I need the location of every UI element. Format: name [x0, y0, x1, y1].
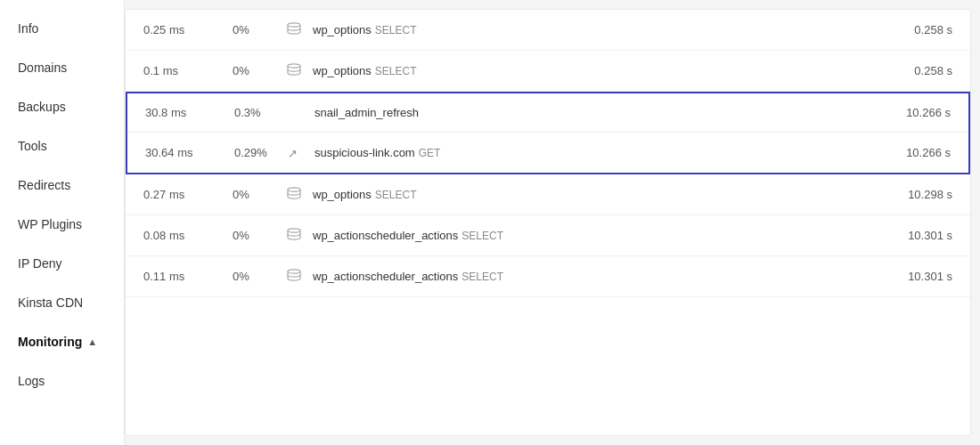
sidebar: InfoDomainsBackupsToolsRedirectsWP Plugi…: [0, 0, 125, 445]
sidebar-item-backups[interactable]: Backups: [0, 87, 124, 126]
row-time: 0.11 ms: [143, 270, 233, 283]
table-row: 0.27 ms0% wp_optionsSELECT10.298 s: [126, 174, 970, 215]
sidebar-item-monitoring[interactable]: Monitoring▲: [0, 322, 124, 361]
row-method: SELECT: [375, 65, 417, 77]
row-time: 0.27 ms: [143, 188, 233, 201]
sidebar-item-kinsta-cdn[interactable]: Kinsta CDN: [0, 283, 124, 322]
arrow-icon: ↗: [288, 145, 314, 160]
monitoring-badge: ▲: [87, 336, 97, 347]
row-timestamp: 0.258 s: [872, 23, 952, 36]
db-icon: [286, 228, 313, 243]
row-time: 0.1 ms: [143, 64, 233, 77]
table-row: 0.11 ms0% wp_actionscheduler_actionsSELE…: [126, 256, 970, 297]
table-row: 0.25 ms0% wp_optionsSELECT0.258 s: [126, 10, 970, 51]
sidebar-item-logs[interactable]: Logs: [0, 361, 124, 400]
row-timestamp: 10.298 s: [872, 188, 952, 201]
row-time: 0.25 ms: [143, 23, 233, 36]
table-row: 0.1 ms0% wp_optionsSELECT0.258 s: [126, 51, 970, 92]
row-pct: 0%: [233, 270, 286, 283]
db-icon: [286, 22, 313, 37]
row-method: SELECT: [375, 24, 417, 36]
row-method: SELECT: [375, 189, 417, 201]
sidebar-item-domains[interactable]: Domains: [0, 48, 124, 87]
row-time: 30.64 ms: [145, 146, 234, 159]
sidebar-item-info[interactable]: Info: [0, 9, 124, 48]
sidebar-item-wp-plugins[interactable]: WP Plugins: [0, 205, 124, 244]
row-name: snail_admin_refresh: [314, 106, 870, 119]
sidebar-item-tools[interactable]: Tools: [0, 126, 124, 166]
row-name: wp_actionscheduler_actionsSELECT: [313, 229, 872, 242]
row-pct: 0.29%: [234, 146, 288, 159]
row-pct: 0%: [233, 23, 286, 36]
row-pct: 0%: [233, 188, 286, 201]
row-pct: 0%: [233, 229, 286, 242]
db-icon: [286, 63, 313, 78]
svg-point-1: [288, 64, 300, 68]
row-name: suspicious-link.comGET: [314, 146, 870, 159]
row-timestamp: 10.301 s: [872, 270, 952, 283]
row-method: GET: [419, 147, 441, 159]
row-timestamp: 0.258 s: [872, 64, 952, 77]
row-pct: 0%: [233, 64, 286, 77]
svg-point-4: [288, 270, 300, 273]
svg-point-2: [288, 188, 300, 191]
table-row: 30.64 ms0.29%↗suspicious-link.comGET10.2…: [127, 133, 968, 173]
row-name: wp_actionscheduler_actionsSELECT: [313, 270, 872, 283]
main-content: 0.25 ms0% wp_optionsSELECT0.258 s0.1 ms0…: [125, 9, 971, 436]
svg-point-3: [288, 229, 300, 232]
db-icon: [286, 187, 313, 202]
row-method: SELECT: [461, 271, 503, 283]
row-name: wp_optionsSELECT: [313, 188, 872, 201]
row-time: 0.08 ms: [143, 229, 233, 242]
highlighted-group: 30.8 ms0.3%snail_admin_refresh10.266 s30…: [126, 92, 970, 174]
row-pct: 0.3%: [234, 106, 288, 119]
row-time: 30.8 ms: [145, 106, 234, 119]
sidebar-item-redirects[interactable]: Redirects: [0, 166, 124, 205]
row-timestamp: 10.301 s: [872, 229, 952, 242]
row-method: SELECT: [461, 230, 503, 242]
table-row: 30.8 ms0.3%snail_admin_refresh10.266 s: [127, 93, 968, 133]
svg-point-0: [288, 23, 300, 27]
row-timestamp: 10.266 s: [870, 106, 951, 119]
db-icon: [286, 269, 313, 284]
table-row: 0.08 ms0% wp_actionscheduler_actionsSELE…: [126, 215, 970, 256]
row-name: wp_optionsSELECT: [313, 64, 872, 77]
row-timestamp: 10.266 s: [870, 146, 951, 159]
row-name: wp_optionsSELECT: [313, 23, 872, 36]
sidebar-item-ip-deny[interactable]: IP Deny: [0, 244, 124, 283]
